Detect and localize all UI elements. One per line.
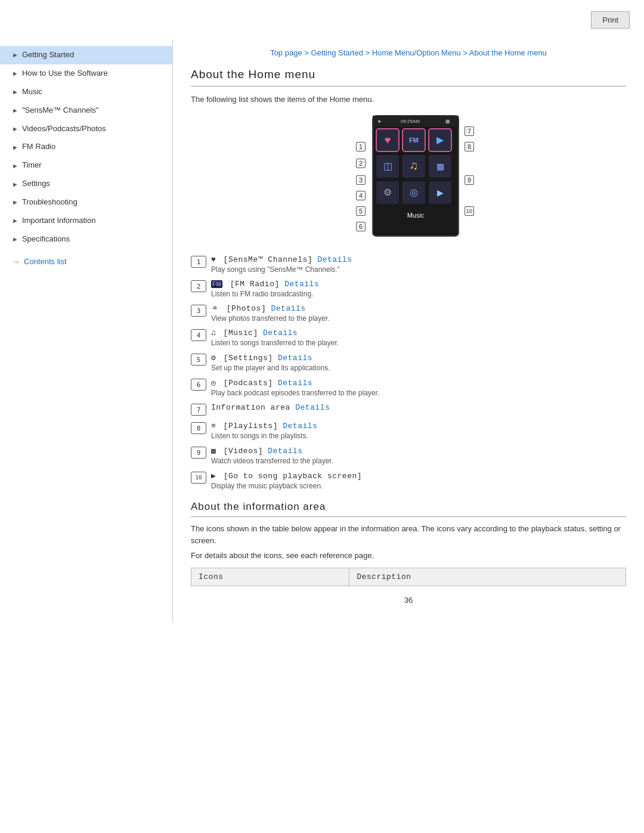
playback-icon: ▶	[211, 471, 216, 481]
svg-text:♫: ♫	[410, 159, 419, 172]
num-label-5: 5	[356, 206, 366, 216]
details-link-9[interactable]: Details	[268, 447, 302, 456]
table-header-row: Icons Description	[191, 568, 626, 586]
details-link-1[interactable]: Details	[317, 255, 352, 264]
details-link-2[interactable]: Details	[284, 280, 319, 289]
breadcrumb-separator: >	[304, 48, 311, 57]
breadcrumb-separator: >	[463, 48, 469, 57]
table-header-description: Description	[349, 568, 626, 586]
menu-num-9: 9	[191, 447, 206, 459]
svg-text:◫: ◫	[383, 161, 392, 171]
breadcrumb-getting-started[interactable]: Getting Started	[311, 48, 363, 57]
num-label-10: 10	[465, 206, 474, 216]
details-link-8[interactable]: Details	[283, 422, 317, 431]
svg-text:▶: ▶	[437, 188, 444, 197]
sidebar-item-music[interactable]: ► Music	[0, 83, 172, 101]
app-title: WALKMAN User Guide	[14, 11, 200, 29]
details-link-3[interactable]: Details	[271, 304, 306, 313]
videos-icon: ▩	[211, 446, 216, 456]
intro-text: The following list shows the items of th…	[191, 95, 626, 104]
svg-text:◎: ◎	[410, 187, 418, 197]
sidebar-item-troubleshooting[interactable]: ► Troubleshooting	[0, 193, 172, 212]
menu-entry-title-10: ▶ [Go to song playback screen]	[211, 471, 362, 481]
section-title: About the Home menu	[191, 68, 626, 86]
svg-text:▶: ▶	[436, 135, 444, 145]
sidebar-item-getting-started[interactable]: ► Getting Started	[0, 46, 172, 64]
details-link-7[interactable]: Details	[295, 403, 330, 412]
details-link-5[interactable]: Details	[278, 354, 312, 363]
chevron-right-icon: ►	[12, 216, 18, 225]
menu-entry-title-9: ▩ [Videos] Details	[211, 446, 333, 456]
num-label-9: 9	[465, 175, 474, 185]
menu-num-7: 7	[191, 404, 206, 416]
contents-list-link[interactable]: → Contents list	[0, 251, 172, 272]
sidebar-item-how-to-use[interactable]: ► How to Use the Software	[0, 64, 172, 83]
info-section-title: About the information area	[191, 501, 626, 517]
chevron-right-icon: ►	[12, 143, 18, 151]
icons-table: Icons Description	[191, 568, 626, 586]
menu-entry-title-5: ⚙ [Settings] Details	[211, 353, 330, 363]
menu-entry-title-7: Information area Details	[211, 403, 330, 412]
table-header-icons: Icons	[191, 568, 349, 586]
menu-num-10: 10	[191, 472, 206, 484]
menu-entry-desc-3: View photos transferred to the player.	[211, 314, 330, 323]
podcasts-icon: ◎	[211, 378, 216, 388]
menu-entry-2: 2 FM [FM Radio] Details Listen to FM rad…	[191, 280, 626, 298]
menu-entry-desc-8: Listen to songs in the playlists.	[211, 432, 317, 440]
menu-entry-desc-2: Listen to FM radio broadcasting.	[211, 290, 319, 298]
num-label-3: 3	[356, 175, 366, 185]
fm-icon: FM	[211, 280, 222, 288]
print-button[interactable]: Print	[591, 11, 630, 29]
menu-entry-title-6: ◎ [Podcasts] Details	[211, 378, 379, 388]
menu-entry-4: 4 ♫ [Music] Details Listen to songs tran…	[191, 329, 626, 347]
menu-entry-1: 1 ♥ [SensMe™ Channels] Details Play song…	[191, 255, 626, 274]
playlists-icon: ≡	[211, 422, 216, 431]
arrow-right-icon: →	[12, 257, 20, 267]
svg-text:⚙: ⚙	[383, 187, 392, 197]
chevron-right-icon: ►	[12, 88, 18, 96]
menu-entry-7: 7 Information area Details	[191, 403, 626, 416]
sidebar-item-timer[interactable]: ► Timer	[0, 156, 172, 175]
main-layout: ► Getting Started ► How to Use the Softw…	[0, 40, 644, 623]
svg-text:♥: ♥	[385, 134, 391, 146]
menu-entry-title-4: ♫ [Music] Details	[211, 329, 339, 337]
svg-text:►: ►	[377, 119, 382, 124]
sensme-icon: ♥	[211, 255, 216, 264]
chevron-right-icon: ►	[12, 125, 18, 133]
breadcrumb-home-menu[interactable]: Home Menu/Option Menu	[372, 48, 461, 57]
chevron-right-icon: ►	[12, 51, 18, 59]
menu-entry-title-3: ⧧ [Photos] Details	[211, 304, 330, 313]
num-label-2: 2	[356, 159, 366, 168]
menu-num-2: 2	[191, 280, 206, 292]
details-link-4[interactable]: Details	[263, 329, 298, 337]
app-header: WALKMAN User Guide Print	[0, 0, 644, 40]
menu-entry-desc-6: Play back podcast episodes transferred t…	[211, 389, 379, 397]
menu-entry-5: 5 ⚙ [Settings] Details Set up the player…	[191, 353, 626, 372]
svg-text:▩: ▩	[436, 162, 444, 171]
menu-num-4: 4	[191, 329, 206, 341]
menu-num-3: 3	[191, 305, 206, 317]
music-icon: ♫	[211, 329, 216, 337]
num-label-4: 4	[356, 191, 366, 200]
sidebar-item-videos[interactable]: ► Videos/Podcasts/Photos	[0, 120, 172, 138]
device-diagram: 1 2 3 4 5 6 7 8 9 10 ► 08:25AM	[191, 113, 626, 244]
sidebar-item-specifications[interactable]: ► Specifications	[0, 230, 172, 249]
sidebar-item-sensme[interactable]: ► "SensMe™ Channels"	[0, 101, 172, 120]
menu-entry-title-2: FM [FM Radio] Details	[211, 280, 319, 289]
breadcrumb-top[interactable]: Top page	[270, 48, 302, 57]
details-link-6[interactable]: Details	[278, 379, 312, 388]
menu-entry-title-1: ♥ [SensMe™ Channels] Details	[211, 255, 352, 264]
menu-entry-desc-10: Display the music playback screen.	[211, 482, 362, 490]
num-label-8: 8	[465, 142, 474, 151]
sidebar-item-fm-radio[interactable]: ► FM Radio	[0, 138, 172, 156]
chevron-right-icon: ►	[12, 198, 18, 206]
info-text-2: For details about the icons, see each re…	[191, 550, 626, 562]
menu-num-8: 8	[191, 422, 206, 434]
svg-text:08:25AM: 08:25AM	[401, 119, 420, 124]
sidebar-item-important-info[interactable]: ► Important Information	[0, 212, 172, 230]
menu-entry-desc-4: Listen to songs transferred to the playe…	[211, 339, 339, 347]
menu-entry-10: 10 ▶ [Go to song playback screen] Displa…	[191, 471, 626, 490]
breadcrumb-about-home[interactable]: About the Home menu	[469, 48, 547, 57]
num-label-6: 6	[356, 222, 366, 231]
sidebar-item-settings[interactable]: ► Settings	[0, 175, 172, 193]
